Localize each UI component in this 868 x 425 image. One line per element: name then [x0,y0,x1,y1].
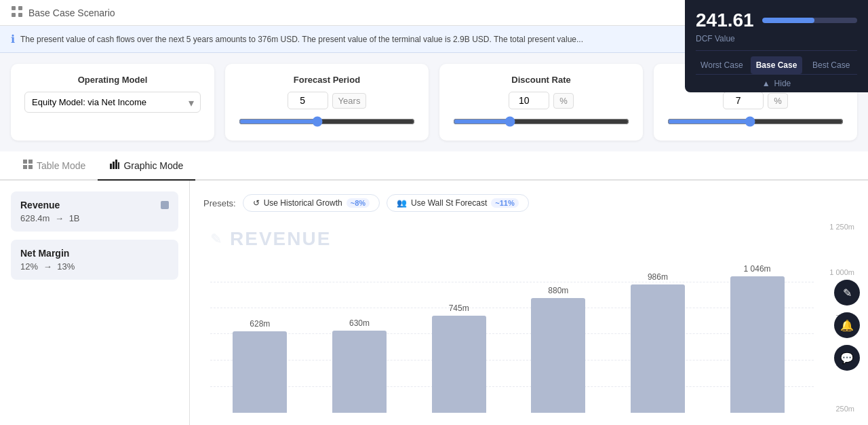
historical-growth-badge: ~8% [347,198,370,208]
action-buttons: ✎ 🔔 💬 [834,280,860,371]
dcf-bar [762,18,857,23]
y-label-1000: 1 000m [817,268,854,276]
historical-growth-button[interactable]: ↺ Use Historical Growth ~8% [243,194,380,212]
tab-graphic-mode[interactable]: Graphic Mode [98,151,195,181]
svg-rect-10 [115,160,117,169]
chart-title-watermark: ✎ REVENUE [210,228,331,250]
bar-label-5: 1 046m [744,264,771,274]
tab-graphic-label: Graphic Mode [123,160,183,171]
terminal-growth-unit: % [768,93,788,109]
info-icon: ℹ [11,33,15,45]
svg-rect-3 [18,13,22,17]
bars-wrapper: 628m 630m 745m 880m 986m [203,250,814,413]
main-content: Revenue 628.4m → 1B Net Margin 12% → 13%… [0,181,868,425]
dcf-value: 241.61 [696,10,754,31]
wall-st-forecast-button[interactable]: 👥 Use Wall St Forecast ~11% [387,194,529,212]
historical-growth-label: Use Historical Growth [264,198,342,208]
table-icon [23,160,33,171]
bar-col-0: 628m [233,319,287,413]
bar-col-5: 1 046m [730,264,785,413]
revenue-label: Revenue [20,200,169,210]
notification-button[interactable]: 🔔 [834,312,860,338]
scenario-buttons: Worst Case Base Case Best Case [696,50,857,74]
revenue-metric: Revenue 628.4m → 1B [11,191,178,232]
forecast-period-label: Forecast Period [239,75,415,85]
base-case-button[interactable]: Base Case [751,56,803,74]
bar-3[interactable] [531,298,585,413]
bar-col-4: 986m [631,272,685,413]
svg-rect-11 [118,162,119,169]
forecast-period-unit: Years [332,93,367,109]
terminal-growth-input[interactable] [723,92,764,109]
bar-label-2: 745m [449,303,469,313]
svg-rect-4 [23,160,27,164]
arrow-icon-2: → [43,261,52,272]
wall-st-label: Use Wall St Forecast [411,198,487,208]
forecast-period-slider[interactable] [239,116,415,127]
edit-watermark-icon: ✎ [210,231,223,247]
mode-tabs: Table Mode Graphic Mode [0,151,868,181]
svg-rect-6 [23,165,27,169]
dcf-subtitle: DCF Value [696,34,857,43]
net-margin-label: Net Margin [20,248,169,259]
operating-model-card: Operating Model Equity Model: via Net In… [11,64,214,141]
worst-case-button[interactable]: Worst Case [696,56,748,74]
discount-rate-unit: % [553,93,574,109]
history-icon: ↺ [253,198,260,208]
forecast-period-input[interactable] [288,92,328,109]
bar-0[interactable] [233,331,287,413]
tab-table-label: Table Mode [37,160,85,171]
bar-label-4: 986m [648,272,668,282]
revenue-to: 1B [69,213,80,223]
bar-col-3: 880m [531,286,585,413]
operating-model-label: Operating Model [24,75,201,85]
svg-rect-0 [12,6,16,10]
chat-button[interactable]: 💬 [834,345,860,371]
hide-label: Hide [774,79,791,88]
chevron-up-icon: ▲ [762,79,770,88]
presets-label: Presets: [203,198,236,208]
best-case-button[interactable]: Best Case [805,56,857,74]
bar-col-2: 745m [432,303,486,413]
discount-rate-input[interactable] [509,92,549,109]
operating-model-select[interactable]: Equity Model: via Net Income Enterprise … [24,92,201,113]
svg-rect-1 [18,6,22,10]
y-label-250: 250m [817,405,854,413]
left-panel: Revenue 628.4m → 1B Net Margin 12% → 13% [0,181,190,425]
discount-rate-card: Discount Rate % [439,64,643,141]
svg-rect-9 [113,162,115,169]
operating-model-select-wrapper: Equity Model: via Net Income Enterprise … [24,92,201,113]
net-margin-from: 12% [20,261,38,272]
discount-rate-label: Discount Rate [453,75,629,85]
svg-rect-2 [12,13,16,17]
chart-container: ✎ REVENUE 628m 630m 745m 880m [203,223,854,413]
info-text: The present value of cash flows over the… [20,35,583,44]
bar-label-0: 628m [250,319,270,329]
chart-area: Presets: ↺ Use Historical Growth ~8% 👥 U… [190,181,868,425]
bar-5[interactable] [730,276,785,413]
bar-label-3: 880m [548,286,568,295]
forecast-period-card: Forecast Period Years [225,64,429,141]
bar-1[interactable] [332,331,387,413]
arrow-icon: → [55,213,64,223]
net-margin-metric: Net Margin 12% → 13% [11,240,178,280]
dcf-bar-fill [762,18,814,23]
hide-row[interactable]: ▲ Hide [696,74,857,92]
bar-2[interactable] [432,316,486,413]
discount-rate-slider[interactable] [453,116,629,127]
svg-rect-8 [110,164,112,169]
bar-col-1: 630m [332,318,387,413]
terminal-growth-slider[interactable] [667,116,844,127]
grid-icon [11,5,28,20]
presets-row: Presets: ↺ Use Historical Growth ~8% 👥 U… [203,194,854,212]
svg-rect-5 [28,160,33,164]
svg-rect-7 [28,165,33,169]
bar-4[interactable] [631,284,685,413]
tab-table-mode[interactable]: Table Mode [11,151,98,181]
edit-action-button[interactable]: ✎ [834,280,860,306]
chart-icon [110,160,119,171]
page-title: Base Case Scenario [28,7,115,18]
people-icon: 👥 [397,198,407,208]
y-label-1250: 1 250m [817,223,854,231]
bar-label-1: 630m [349,318,370,328]
